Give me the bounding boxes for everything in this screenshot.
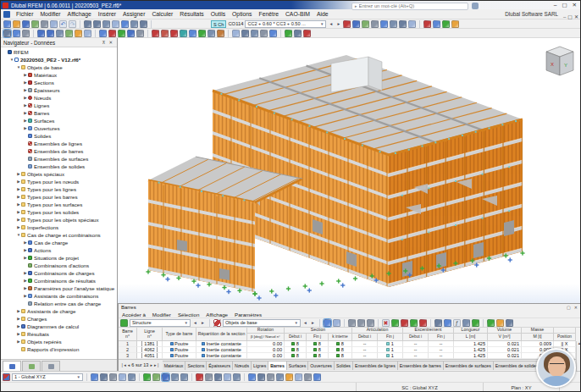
tree-item-sections[interactable]: ▶Sections — [1, 79, 117, 86]
connect-bim-icon[interactable] — [31, 20, 39, 28]
table-menu-parametres[interactable]: Paramètres — [231, 311, 265, 318]
cell-n[interactable]: 1 — [119, 341, 137, 347]
cell-longueur[interactable]: 1.425 — [454, 341, 488, 347]
first-table-button[interactable]: ❘◂ — [120, 362, 126, 367]
table-group-select[interactable]: Structure▼ — [130, 319, 191, 327]
tree-item-ensembles-de-surfaces[interactable]: Ensembles de surfaces — [1, 155, 117, 163]
table-settings-icon[interactable] — [496, 319, 504, 327]
cell-art_debut[interactable]: -- — [352, 341, 378, 347]
upload-model-icon[interactable] — [130, 20, 138, 28]
save-icon[interactable] — [22, 20, 30, 28]
menu-cao-bim[interactable]: CAO-BIM — [282, 9, 313, 19]
view-in-y-icon[interactable] — [118, 30, 125, 37]
select-window-icon[interactable] — [13, 30, 20, 37]
insert-row-icon[interactable] — [391, 319, 399, 327]
tree-item-diagrammes-de-calcul[interactable]: ▶Diagrammes de calcul — [1, 323, 117, 330]
table-menu-acceder-a[interactable]: Accéder à — [119, 311, 149, 318]
cursor-track-icon[interactable] — [333, 319, 340, 327]
tree-item-types-pour-les-lignes[interactable]: ▶Types pour les lignes — [1, 185, 117, 193]
cell-art_debut[interactable]: -- — [352, 347, 378, 353]
table-menu-selection[interactable]: Sélection — [174, 311, 202, 318]
table-tab-ensembles-de-lignes[interactable]: Ensembles de lignes — [353, 361, 398, 370]
cell-repartition[interactable]: Inertie constante — [196, 347, 247, 353]
selection-filter-icon[interactable] — [423, 20, 431, 28]
assistant-icon[interactable] — [472, 3, 479, 9]
layers-panel-icon[interactable] — [295, 373, 302, 381]
next-page-button[interactable]: ▸ — [150, 362, 152, 367]
search-table-icon[interactable] — [506, 319, 513, 327]
snap-toggle-icon[interactable] — [267, 373, 274, 381]
grid-toggle-icon[interactable] — [257, 373, 265, 381]
select-icon[interactable] — [3, 30, 11, 37]
polyline-draw-icon[interactable] — [205, 373, 213, 381]
filters-icon[interactable] — [472, 319, 479, 327]
tree-item-types-pour-les-solides[interactable]: ▶Types pour les solides — [1, 208, 117, 216]
circle-draw-icon[interactable] — [224, 373, 231, 381]
background-layers-icon[interactable] — [143, 373, 151, 381]
new-model-icon[interactable] — [3, 20, 11, 28]
open-model-icon[interactable] — [13, 20, 20, 28]
view-full-icon[interactable] — [348, 319, 356, 327]
new-line-icon[interactable] — [161, 30, 169, 37]
measure-tool-icon[interactable] — [269, 30, 277, 37]
next-table-button[interactable]: ▸ — [200, 319, 206, 327]
work-plane-icon[interactable] — [303, 30, 311, 37]
building-model-svg[interactable]: X Y — [118, 38, 581, 303]
object-lock-icon[interactable] — [276, 373, 284, 381]
menu-assigner[interactable]: Assigner — [119, 9, 148, 19]
cell-k_interne[interactable]: 8 — [329, 347, 352, 353]
tree-item-objets-reperes[interactable]: ▶Objets repérés — [1, 338, 117, 345]
table-tab-solides[interactable]: Solides — [335, 361, 353, 370]
cell-k_interne[interactable]: 8 — [329, 341, 352, 347]
rotate-object-icon[interactable] — [251, 30, 258, 37]
cell-sec_fin[interactable]: 8 — [307, 353, 329, 359]
tree-item-materiaux[interactable]: ▶Matériaux — [1, 71, 117, 79]
prev-table-button[interactable]: ◂ — [192, 319, 198, 327]
cell-n[interactable]: 3 — [119, 353, 137, 359]
table-row[interactable]: 11381PoutreInertie constante0.00888--1--… — [119, 341, 581, 347]
table-tab-ouvertures[interactable]: Ouvertures — [308, 361, 335, 370]
cell-masse[interactable]: 0.009 — [522, 341, 554, 347]
results-display-icon[interactable] — [352, 20, 360, 28]
tree-item-ensembles-de-barres[interactable]: Ensembles de barres — [1, 147, 117, 155]
table-tab-surfaces[interactable]: Surfaces — [287, 361, 308, 370]
view-in-z-icon[interactable] — [127, 30, 135, 37]
next-category-button[interactable]: ▸ — [310, 319, 316, 327]
tree-item-objets-speciaux[interactable]: ▶Objets spéciaux — [1, 170, 117, 178]
minimize-panel-icon[interactable] — [304, 373, 312, 381]
pan-view-icon[interactable] — [65, 30, 73, 37]
prev-category-button[interactable]: ◂ — [302, 319, 308, 327]
tree-item-n-uds[interactable]: ▶Nœuds — [1, 94, 117, 102]
delete-all-icon[interactable]: ✖ — [382, 319, 390, 327]
previous-zoom-icon[interactable] — [84, 30, 91, 37]
restore-button[interactable]: ▢ — [567, 14, 573, 19]
tree-item-combinaisons-de-resultats[interactable]: ▶Combinaisons de résultats — [1, 277, 117, 284]
cell-rotation[interactable]: 0.00 — [247, 353, 285, 359]
menu-outils[interactable]: Outils — [208, 9, 229, 19]
menu-affichage[interactable]: Affichage — [64, 9, 95, 19]
copy-image-icon[interactable] — [50, 20, 58, 28]
delete-row-icon[interactable] — [401, 319, 408, 327]
table-tab-n-uds[interactable]: Nœuds — [233, 361, 252, 370]
print-icon[interactable] — [41, 20, 48, 28]
cell-exc_fin[interactable]: -- — [429, 341, 454, 347]
tree-item-barres[interactable]: ▶Barres — [1, 109, 117, 117]
menu-fichier[interactable]: Fichier — [13, 9, 36, 19]
undo-icon[interactable]: ↶ — [59, 20, 67, 28]
object-snap-icon[interactable] — [91, 373, 98, 381]
table-row[interactable]: 24062PoutreInertie constante0.00888--1--… — [119, 347, 581, 353]
navigator-toggle-icon[interactable] — [84, 20, 91, 28]
menu-aide[interactable]: Aide — [313, 9, 332, 19]
coordinate-system-select[interactable]: 1 - Global XYZ▼ — [12, 373, 83, 381]
view-custom-icon[interactable] — [367, 319, 374, 327]
object-category-select[interactable]: Objets de base▼ — [223, 319, 301, 327]
tree-item-imperfections[interactable]: ▶Imperfections — [1, 224, 117, 231]
tree-item-charges[interactable]: ▶Charges — [1, 315, 117, 323]
table-menu-modifier[interactable]: Modifier — [149, 311, 174, 318]
snap-settings-icon[interactable] — [294, 30, 302, 37]
table-tab-epaisseurs[interactable]: Épaisseurs — [207, 361, 233, 370]
close-icon[interactable]: ✕ — [107, 40, 114, 45]
tree-item-relation-entre-cas-de-charge[interactable]: Relation entre cas de charge — [1, 300, 117, 307]
cell-art_debut[interactable]: -- — [352, 353, 378, 359]
plane-xy-toggle-icon[interactable] — [162, 373, 169, 381]
